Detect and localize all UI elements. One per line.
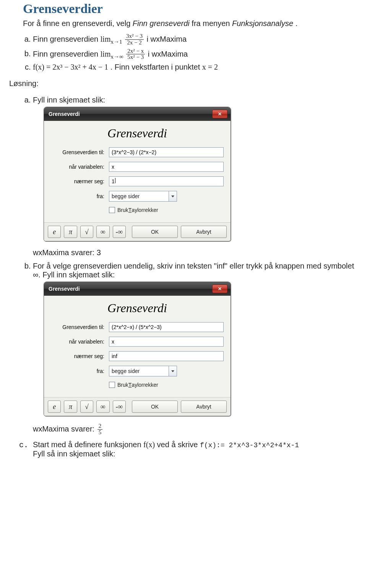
- solution-list: Fyll inn skjemaet slik: Grenseverdi ✕ Gr…: [23, 96, 362, 459]
- checkbox-label-post: aylorrekker: [132, 382, 158, 388]
- combo-from-side[interactable]: begge sider: [109, 191, 177, 202]
- dialog-titlebar[interactable]: Grenseverdi ✕: [44, 282, 231, 296]
- text-caret: [115, 178, 115, 183]
- cancel-button[interactable]: Avbryt: [181, 226, 227, 238]
- insert-neg-infinity-button[interactable]: -∞: [113, 226, 126, 238]
- label-from: fra:: [51, 193, 109, 199]
- answer-a-pre: wxMaxima svarer:: [33, 248, 97, 257]
- sol-c-mid: ved å skrive: [157, 440, 200, 449]
- task-b: Finn grenseverdien limx→∞ 2x² − x 5x² − …: [33, 48, 362, 61]
- ok-button[interactable]: OK: [132, 401, 178, 413]
- sol-c-code: f(x):= 2*x^3-3*x^2+4*x-1: [200, 441, 299, 449]
- dialog-titlebar[interactable]: Grenseverdi ✕: [44, 107, 231, 121]
- task-a-lim: lim: [101, 35, 111, 43]
- combo-button[interactable]: [169, 366, 177, 376]
- chevron-down-icon: [171, 370, 174, 372]
- task-c: f(x) = 2x³ − 3x² + 4x − 1 . Finn vekstfa…: [33, 63, 362, 72]
- answer-b-num: 2: [97, 423, 103, 430]
- answer-a-val: 3: [97, 248, 101, 257]
- insert-sqrt-button[interactable]: √: [80, 226, 93, 238]
- checkbox-box[interactable]: [109, 207, 115, 213]
- combo-button[interactable]: [169, 191, 177, 201]
- losning-label: Løsning:: [9, 79, 362, 88]
- input-approaches[interactable]: 1: [109, 176, 224, 186]
- dialog-body: Grenseverdi Grenseverdien til: (3*x^2−3)…: [44, 121, 231, 222]
- insert-pi-button[interactable]: π: [64, 226, 77, 238]
- insert-sqrt-button[interactable]: √: [80, 401, 93, 413]
- input-expression[interactable]: (2*x^2−x) / (5*x^2−3): [109, 322, 224, 332]
- insert-pi-button[interactable]: π: [64, 401, 77, 413]
- label-expression: Grenseverdien til:: [51, 149, 109, 155]
- sol-a-intro: Fyll inn skjemaet slik:: [33, 96, 105, 104]
- task-b-lim: lim: [101, 49, 111, 58]
- dialog-headline: Grenseverdi: [51, 126, 224, 140]
- dialog-title: Grenseverdi: [49, 286, 80, 292]
- answer-a: wxMaxima svarer: 3: [33, 248, 362, 257]
- input-approaches-value: 1: [112, 178, 115, 184]
- label-approaches: nærmer seg:: [51, 353, 109, 359]
- insert-e-button[interactable]: e: [48, 226, 61, 238]
- checkbox-taylor[interactable]: Bruk Taylorrekker: [109, 207, 224, 213]
- task-b-sub: x→∞: [110, 53, 123, 59]
- answer-b-pre: wxMaxima svarer:: [33, 425, 97, 433]
- task-a: Finn grenseverdien limx→1 3x² − 3 2x − 2…: [33, 33, 362, 46]
- task-list: Finn grenseverdien limx→1 3x² − 3 2x − 2…: [23, 33, 362, 72]
- checkbox-taylor[interactable]: Bruk Taylorrekker: [109, 382, 224, 388]
- sol-c-post: Fyll så inn skjemaet slik:: [33, 450, 115, 458]
- insert-infinity-button[interactable]: ∞: [96, 401, 109, 413]
- dialog-title: Grenseverdi: [49, 111, 80, 117]
- combo-from-side[interactable]: begge sider: [109, 366, 177, 376]
- checkbox-label-ul: T: [128, 382, 132, 388]
- close-button[interactable]: ✕: [212, 285, 227, 293]
- dialog-grenseverdi-b: Grenseverdi ✕ Grenseverdi Grenseverdien …: [44, 282, 231, 416]
- sol-c-fx: f(x): [143, 440, 155, 449]
- task-c-after: . Finn vekstfarten i punktet: [110, 63, 202, 71]
- insert-e-button[interactable]: e: [48, 401, 61, 413]
- close-icon: ✕: [218, 111, 222, 117]
- label-variable: når variabelen:: [51, 339, 109, 345]
- task-a-pre: Finn grenseverdien: [33, 35, 101, 43]
- input-expression[interactable]: (3*x^2−3) / (2*x−2): [109, 147, 224, 157]
- label-expression: Grenseverdien til:: [51, 324, 109, 330]
- insert-infinity-button[interactable]: ∞: [96, 226, 109, 238]
- close-button[interactable]: ✕: [212, 110, 227, 118]
- task-c-cond: x = 2: [202, 63, 218, 71]
- solution-b: For å velge grenseverdien uendelig, skri…: [33, 262, 362, 436]
- input-variable[interactable]: x: [109, 162, 224, 172]
- page-title: Grenseverdier: [23, 2, 362, 16]
- input-variable[interactable]: x: [109, 337, 224, 347]
- intro-paragraph: For å finne en grenseverdi, velg Finn gr…: [23, 19, 362, 28]
- task-a-post: i wxMaxima: [147, 35, 187, 43]
- checkbox-box[interactable]: [109, 382, 115, 388]
- task-b-den: 5x² − 3: [126, 54, 145, 60]
- task-c-fx: f(x) = 2x³ − 3x² + 4x − 1: [33, 63, 108, 71]
- answer-b-den: 5: [97, 430, 103, 436]
- input-approaches[interactable]: inf: [109, 351, 224, 361]
- sol-b-text: For å velge grenseverdien uendelig, skri…: [33, 262, 354, 279]
- task-b-num: 2x² − x: [126, 48, 145, 55]
- task-a-num: 3x² − 3: [125, 33, 144, 40]
- answer-b: wxMaxima svarer: 2 5: [33, 423, 362, 436]
- button-bar: e π √ ∞ -∞ OK Avbryt: [44, 397, 231, 416]
- button-bar: e π √ ∞ -∞ OK Avbryt: [44, 222, 231, 241]
- ok-button[interactable]: OK: [132, 226, 178, 238]
- intro-suffix: .: [296, 19, 298, 28]
- label-approaches: nærmer seg:: [51, 178, 109, 184]
- solution-c: Start med å definere funksjonen f(x) ved…: [33, 440, 362, 459]
- cancel-button[interactable]: Avbryt: [181, 401, 227, 413]
- task-a-den: 2x − 2: [125, 40, 144, 46]
- task-a-frac: 3x² − 3 2x − 2: [125, 33, 144, 46]
- combo-value: begge sider: [112, 193, 140, 199]
- intro-italic1: Finn grenseverdi: [133, 19, 190, 28]
- intro-pre: For å finne en grenseverdi, velg: [23, 19, 133, 28]
- label-variable: når variabelen:: [51, 164, 109, 170]
- sol-c-pre: Start med å definere funksjonen: [33, 440, 143, 449]
- task-b-pre: Finn grenseverdien: [33, 49, 101, 58]
- chevron-down-icon: [171, 195, 174, 197]
- label-from: fra:: [51, 368, 109, 374]
- dialog-headline: Grenseverdi: [51, 301, 224, 315]
- checkbox-label-pre: Bruk: [117, 207, 128, 213]
- insert-neg-infinity-button[interactable]: -∞: [113, 401, 126, 413]
- checkbox-label-pre: Bruk: [117, 382, 128, 388]
- dialog-grenseverdi-a: Grenseverdi ✕ Grenseverdi Grenseverdien …: [44, 107, 231, 241]
